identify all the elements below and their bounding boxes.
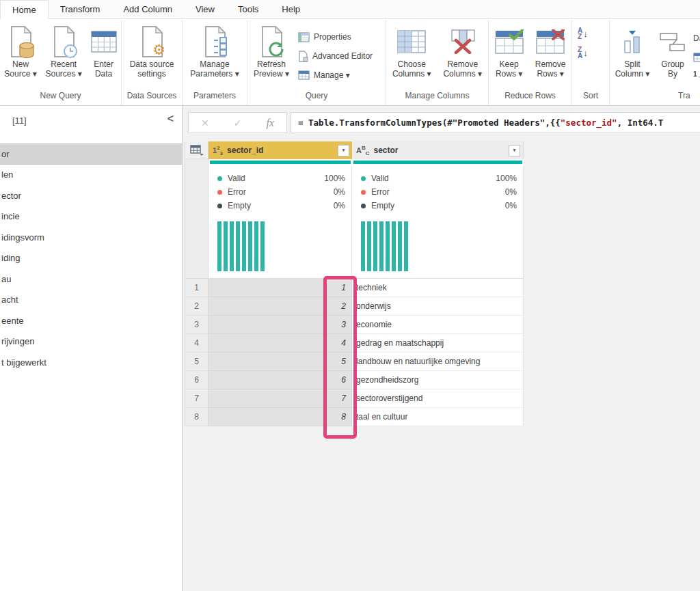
- manage-table-icon: [298, 70, 310, 80]
- column-header-sector[interactable]: ABC sector ▾: [352, 141, 524, 159]
- tab-transform[interactable]: Transform: [49, 0, 112, 18]
- sort-descending-button[interactable]: ZA ↓: [578, 44, 595, 61]
- empty-dot-icon: [361, 204, 366, 208]
- number-type-icon: 123: [213, 145, 223, 156]
- row-number[interactable]: 2: [185, 297, 208, 316]
- cell-sector[interactable]: gezondheidszorg: [352, 371, 524, 389]
- query-list-item[interactable]: eente: [0, 310, 182, 331]
- cell-sector[interactable]: landbouw en natuurlijke omgeving: [352, 353, 524, 371]
- cell-sector-id[interactable]: 8: [208, 408, 352, 426]
- column-filter-dropdown[interactable]: ▾: [338, 145, 349, 156]
- split-column-icon: [620, 29, 645, 55]
- tab-view[interactable]: View: [184, 0, 226, 18]
- sort-ascending-button[interactable]: AZ ↓: [578, 25, 595, 42]
- group-label-reduce-rows: Reduce Rows: [489, 91, 571, 105]
- table-row: 7 7 sectoroverstijgend: [185, 389, 524, 408]
- manage-parameters-button[interactable]: Manage Parameters ▾: [190, 24, 239, 79]
- recent-sources-button[interactable]: Recent Sources ▾: [45, 24, 81, 79]
- query-list-item[interactable]: iding: [0, 248, 182, 269]
- choose-columns-button[interactable]: Choose Columns ▾: [392, 24, 431, 79]
- row-number[interactable]: 6: [185, 371, 208, 389]
- row-number[interactable]: 8: [185, 408, 208, 426]
- column-filter-dropdown[interactable]: ▾: [509, 145, 520, 156]
- advanced-editor-button[interactable]: Advanced Editor: [298, 46, 373, 66]
- collapse-pane-icon[interactable]: <: [167, 113, 174, 125]
- cell-sector[interactable]: sectoroverstijgend: [352, 389, 524, 408]
- formula-code: = Table.TransformColumnTypes(#"Promoted …: [298, 118, 561, 128]
- replace-values-button[interactable]: 1→2: [693, 67, 700, 86]
- query-list-item[interactable]: ector: [0, 185, 182, 206]
- cell-sector-id[interactable]: 3: [208, 316, 352, 334]
- tab-tools[interactable]: Tools: [226, 0, 270, 18]
- row-number[interactable]: 3: [185, 316, 208, 334]
- cell-sector-id[interactable]: 7: [208, 389, 352, 408]
- group-by-button[interactable]: Group By: [656, 24, 689, 79]
- cell-sector[interactable]: taal en cultuur: [352, 408, 524, 426]
- keep-rows-icon: [495, 29, 524, 54]
- keep-rows-button[interactable]: Keep Rows ▾: [495, 24, 524, 79]
- refresh-preview-button[interactable]: Refresh Preview ▾: [252, 24, 291, 79]
- tab-home[interactable]: Home: [0, 0, 49, 19]
- recent-sources-icon: [52, 26, 75, 57]
- table-menu-icon: [190, 145, 204, 156]
- ribbon-group-manage-columns: Choose Columns ▾ Remove Columns ▾ Manage…: [386, 19, 489, 105]
- value-distribution-histogram: [361, 221, 517, 271]
- query-list-item[interactable]: t bijgewerkt: [0, 352, 182, 373]
- ribbon-tab-bar: Home Transform Add Column View Tools Hel…: [0, 0, 700, 19]
- queries-panel-header: [11]: [12, 115, 27, 126]
- tab-add-column[interactable]: Add Column: [111, 0, 184, 18]
- query-list-item[interactable]: acht: [0, 290, 182, 311]
- parameter-list-icon: [213, 37, 228, 56]
- remove-rows-button[interactable]: Remove Rows ▾: [535, 24, 566, 79]
- cell-sector[interactable]: onderwijs: [352, 297, 524, 316]
- remove-columns-button[interactable]: Remove Columns ▾: [443, 24, 482, 79]
- row-number[interactable]: 1: [185, 279, 208, 297]
- row-number[interactable]: 7: [185, 389, 208, 408]
- cancel-icon[interactable]: ✕: [201, 118, 209, 128]
- table-headers-icon: [693, 53, 700, 62]
- enter-data-button[interactable]: Enter Data: [91, 24, 117, 79]
- table-row: 3 3 economie: [185, 316, 524, 334]
- manage-button[interactable]: Manage ▾: [298, 66, 373, 85]
- group-label-query: Query: [247, 91, 386, 105]
- table-row: 8 8 taal en cultuur: [185, 408, 524, 426]
- query-list-item[interactable]: rijvingen: [0, 331, 182, 353]
- row-number[interactable]: 5: [185, 353, 208, 371]
- ribbon-group-query: Refresh Preview ▾ Properties Advanced Ed…: [247, 19, 386, 105]
- properties-button[interactable]: Properties: [298, 27, 373, 46]
- group-label-manage-columns: Manage Columns: [386, 91, 488, 105]
- query-list-item[interactable]: len: [0, 165, 182, 186]
- new-source-button[interactable]: New Source ▾: [4, 24, 36, 79]
- cell-sector[interactable]: gedrag en maatschappij: [352, 334, 524, 353]
- cell-sector-id[interactable]: 1: [208, 279, 352, 297]
- query-list-item[interactable]: idingsvorm: [0, 227, 182, 248]
- ribbon-group-new-query: New Source ▾ Recent Sources ▾ Enter D: [0, 19, 122, 105]
- cell-sector[interactable]: economie: [352, 316, 524, 334]
- tab-help[interactable]: Help: [270, 0, 312, 18]
- row-header-gutter: [185, 165, 208, 278]
- data-source-settings-icon: ⚙: [140, 26, 163, 57]
- formula-input[interactable]: = Table.TransformColumnTypes(#"Promoted …: [291, 112, 700, 133]
- choose-columns-icon: [397, 30, 426, 53]
- cell-sector-id[interactable]: 6: [208, 371, 352, 389]
- first-row-headers-button[interactable]: [693, 48, 700, 67]
- table-row: 4 4 gedrag en maatschappij: [185, 334, 524, 353]
- data-type-button[interactable]: Data: [693, 29, 700, 48]
- query-list-item[interactable]: or: [0, 143, 182, 165]
- cell-sector-id[interactable]: 4: [208, 334, 352, 353]
- row-number[interactable]: 4: [185, 334, 208, 353]
- column-stats-sector-id: Valid100% Error0% Empty0% 8 distinct, 8 …: [208, 165, 352, 278]
- query-list-item[interactable]: au: [0, 269, 182, 290]
- column-header-sector-id[interactable]: 123 sector_id ▾: [208, 141, 352, 159]
- cell-sector[interactable]: techniek: [352, 279, 524, 297]
- cell-sector-id[interactable]: 2: [208, 297, 352, 316]
- ribbon-group-transform: Split Column ▾ Group By Data 1→2: [610, 19, 700, 105]
- group-label-data-sources: Data Sources: [122, 91, 182, 105]
- cell-sector-id[interactable]: 5: [208, 353, 352, 371]
- split-column-button[interactable]: Split Column ▾: [612, 24, 652, 79]
- query-list-item[interactable]: incie: [0, 206, 182, 228]
- confirm-icon[interactable]: ✓: [234, 118, 242, 128]
- data-source-settings-button[interactable]: ⚙ Data source settings: [130, 24, 174, 79]
- table-menu-button[interactable]: [185, 141, 208, 159]
- fx-icon[interactable]: fx: [266, 117, 274, 129]
